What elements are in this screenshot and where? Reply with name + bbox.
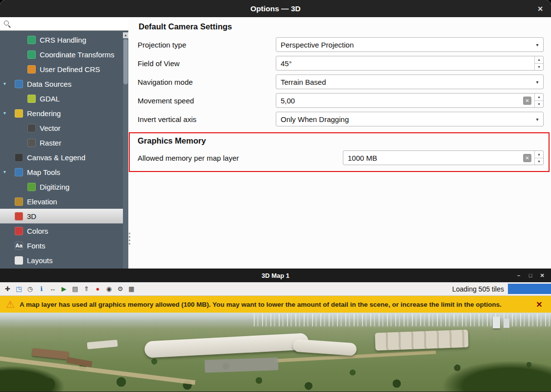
effects-icon[interactable]: ● <box>92 284 103 294</box>
sidebar-item-user-defined-crs[interactable]: User Defined CRS <box>0 62 128 76</box>
screen: Options — 3D ✕ CRS Handling Coordina <box>0 0 551 392</box>
options-sidebar: CRS Handling Coordinate Transforms User … <box>0 17 128 269</box>
sidebar-item-rendering[interactable]: ▾ Rendering <box>0 106 128 121</box>
expander-down-icon[interactable]: ▾ <box>3 165 6 179</box>
export-icon[interactable]: ⇑ <box>81 284 92 294</box>
sidebar-item-label: Elevation <box>27 197 57 206</box>
spin-down-icon[interactable]: ▼ <box>535 158 543 165</box>
graphics-memory-warning-banner: ⚠ A map layer has used all graphics memo… <box>0 296 551 313</box>
measure-icon[interactable]: ↔ <box>47 284 58 294</box>
allowed-memory-input[interactable]: 1000 MB ✕ ▲ ▼ <box>343 150 544 165</box>
sidebar-item-crs-handling[interactable]: CRS Handling <box>0 32 128 47</box>
pan-icon[interactable]: ✚ <box>2 284 13 294</box>
spin-value: 45° <box>276 59 534 68</box>
sidebar-item-label: Colors <box>27 227 48 235</box>
raster-icon <box>27 139 36 147</box>
sidebar-item-vector[interactable]: Vector <box>0 121 128 135</box>
warning-icon: ⚠ <box>6 296 15 313</box>
spin-up-icon[interactable]: ▲ <box>535 56 543 64</box>
sidebar-item-raster[interactable]: Raster <box>0 135 128 150</box>
navigation-mode-label: Navigation mode <box>138 78 276 86</box>
map-window-title: 3D Map 1 <box>262 272 289 279</box>
loading-status: Loading 505 tiles <box>452 285 504 293</box>
sidebar-item-digitizing[interactable]: Digitizing <box>0 179 128 194</box>
sidebar-item-label: GDAL <box>40 95 60 103</box>
sidebar-item-label: Layouts <box>27 256 53 265</box>
options-search-input[interactable] <box>13 19 126 29</box>
sidebar-item-map-tools[interactable]: ▾ Map Tools <box>0 165 128 179</box>
rendering-icon <box>15 109 23 118</box>
minimize-icon[interactable]: – <box>513 272 525 278</box>
spin-up-icon[interactable]: ▲ <box>535 151 543 158</box>
options-titlebar[interactable]: Options — 3D ✕ <box>0 0 551 17</box>
sidebar-item-fonts[interactable]: Aa Fonts <box>0 238 128 253</box>
spin-up-icon[interactable]: ▲ <box>535 94 543 101</box>
sidebar-item-label: Coordinate Transforms <box>40 50 115 59</box>
sidebar-item-data-sources[interactable]: ▾ Data Sources <box>0 76 128 91</box>
chevron-down-icon: ▾ <box>531 79 543 85</box>
identify-icon[interactable]: ℹ <box>36 284 47 294</box>
projection-type-label: Projection type <box>138 41 276 49</box>
options-window: Options — 3D ✕ CRS Handling Coordina <box>0 0 551 269</box>
map-foliage <box>0 366 64 392</box>
map-3d-view[interactable] <box>0 313 551 392</box>
sidebar-item-canvas-legend[interactable]: Canvas & Legend <box>0 150 128 165</box>
options-window-title: Options — 3D <box>250 4 300 13</box>
clear-icon[interactable]: ✕ <box>523 154 531 162</box>
elevation-icon <box>15 197 23 206</box>
map-titlebar[interactable]: 3D Map 1 – □ ✕ <box>0 269 551 282</box>
eye-icon[interactable]: ◉ <box>103 284 115 294</box>
sidebar-item-layouts[interactable]: Layouts <box>0 253 128 268</box>
map-toolbar: ✚ ◳ ◷ ℹ ↔ ▶ ▤ ⇑ ● ◉ ⚙ ▦ Loading 505 tile… <box>0 282 551 296</box>
close-icon[interactable]: ✕ <box>533 0 547 17</box>
sidebar-item-gdal[interactable]: GDAL <box>0 91 128 106</box>
crs-handling-icon <box>27 36 36 44</box>
maximize-icon[interactable]: □ <box>525 272 536 278</box>
play-icon[interactable]: ▶ <box>58 284 70 294</box>
warning-close-icon[interactable]: ✕ <box>533 300 545 309</box>
sidebar-item-label: Vector <box>40 124 61 132</box>
scrollbar-thumb[interactable] <box>123 39 128 84</box>
options-icon[interactable]: ▦ <box>126 284 137 294</box>
select-value: Perspective Projection <box>276 41 531 49</box>
sidebar-item-label: 3D <box>27 212 36 220</box>
map-building <box>503 318 509 328</box>
sidebar-item-label: Raster <box>40 139 61 147</box>
zoom-full-icon[interactable]: ◳ <box>13 284 24 294</box>
spin-value: 1000 MB <box>343 154 523 162</box>
spin-value: 5,00 <box>276 97 523 105</box>
sidebar-item-3d[interactable]: 3D <box>0 209 128 223</box>
clear-icon[interactable]: ✕ <box>523 97 531 105</box>
scroll-up-icon[interactable]: ▲ <box>123 32 128 38</box>
3d-icon <box>15 212 23 220</box>
save-image-icon[interactable]: ▤ <box>70 284 81 294</box>
expander-down-icon[interactable]: ▾ <box>3 76 6 91</box>
spin-down-icon[interactable]: ▼ <box>535 64 543 71</box>
vector-icon <box>27 124 36 132</box>
expander-down-icon[interactable]: ▾ <box>3 106 6 121</box>
coordinate-transforms-icon <box>27 50 36 59</box>
movement-speed-input[interactable]: 5,00 ✕ ▲ ▼ <box>276 93 544 108</box>
graphics-memory-title: Graphics Memory <box>138 136 544 146</box>
spin-down-icon[interactable]: ▼ <box>535 101 543 108</box>
animation-icon[interactable]: ◷ <box>24 284 36 294</box>
camera-settings-title: Default Camera Settings <box>139 22 544 31</box>
sidebar-item-elevation[interactable]: Elevation <box>0 194 128 209</box>
field-of-view-input[interactable]: 45° ▲ ▼ <box>276 56 544 71</box>
configure-icon[interactable]: ⚙ <box>115 284 126 294</box>
sidebar-item-colors[interactable]: Colors <box>0 223 128 238</box>
chevron-down-icon: ▾ <box>531 42 543 48</box>
projection-type-select[interactable]: Perspective Projection ▾ <box>276 37 544 52</box>
warning-message: A map layer has used all graphics memory… <box>20 301 533 308</box>
map-3d-window: 3D Map 1 – □ ✕ ✚ ◳ ◷ ℹ ↔ ▶ ▤ ⇑ ● ◉ ⚙ ▦ L… <box>0 269 551 392</box>
map-foliage <box>443 361 551 392</box>
invert-vertical-axis-select[interactable]: Only When Dragging ▾ <box>276 112 544 126</box>
options-category-tree: CRS Handling Coordinate Transforms User … <box>0 31 128 269</box>
options-search-box[interactable] <box>0 17 128 31</box>
sidebar-item-coordinate-transforms[interactable]: Coordinate Transforms <box>0 47 128 62</box>
close-icon[interactable]: ✕ <box>536 272 548 279</box>
sidebar-scrollbar[interactable]: ▲ <box>123 32 128 269</box>
user-defined-crs-icon <box>27 65 36 74</box>
sidebar-item-label: Fonts <box>27 242 46 250</box>
navigation-mode-select[interactable]: Terrain Based ▾ <box>276 74 544 89</box>
